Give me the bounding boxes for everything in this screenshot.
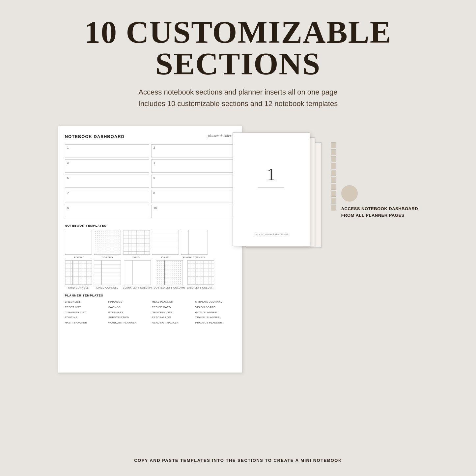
doc-subtitle-right: planner dashboard	[208, 134, 235, 138]
section-box-5[interactable]: 5	[65, 175, 149, 188]
template-label-dotted-left-col: DOTTED LEFT COLUMN	[154, 286, 185, 289]
page-number: 1	[267, 165, 275, 184]
section-box-9[interactable]: 9	[65, 205, 149, 218]
right-info: ACCESS NOTEBOOK DASHBOARD FROM ALL PLANN…	[341, 185, 418, 218]
circle-icon	[341, 185, 358, 202]
template-label-grid-cornell: GRID CORNELL	[68, 286, 89, 289]
page-line	[258, 187, 284, 188]
template-box-blank	[65, 230, 92, 255]
templates-row-1: BLANK DOTTED GRID LINED	[65, 230, 236, 259]
template-label-blank-cornell: BLANK CORNELL	[183, 256, 206, 259]
section-box-6[interactable]: 6	[151, 175, 236, 188]
template-grid: GRID	[123, 230, 150, 259]
tab-6	[331, 177, 336, 183]
template-blank: BLANK	[65, 230, 92, 259]
template-lined-cornell: LINED CORNELL	[94, 260, 121, 289]
section-box-2[interactable]: 2	[151, 144, 236, 157]
bottom-cta: COPY AND PASTE TEMPLATES INTO THE SECTIO…	[134, 448, 342, 463]
template-box-blank-left-col	[124, 260, 151, 285]
dashboard-document: NOTEBOOK DASHBOARD planner dashboard 1 2…	[58, 126, 242, 373]
planner-item-finances: FINANCES	[108, 300, 149, 304]
planner-item-routine: ROUTINE	[65, 315, 105, 320]
template-grid-left-col: GRID LEFT COLUM...	[187, 260, 214, 289]
subtitle: Access notebook sections and planner ins…	[138, 86, 338, 109]
planner-item-recipe-card: RECIPE CARD	[152, 305, 192, 310]
planner-item-savings: SAVINGS	[108, 305, 149, 310]
template-box-grid-left-col	[187, 260, 214, 285]
planner-item-subscription: SUBSCRIPTION	[108, 315, 149, 320]
tab-8	[331, 191, 336, 197]
planner-item-reading-tracker: READING TRACKER	[152, 321, 192, 325]
template-box-lined	[152, 230, 179, 255]
subtitle-line2: Includes 10 customizable sections and 12…	[138, 99, 338, 108]
template-box-blank-cornell	[181, 230, 208, 255]
tab-3	[331, 156, 336, 162]
section-box-3[interactable]: 3	[65, 159, 149, 173]
planner-item-checklist: CHECKLIST	[65, 300, 105, 304]
section-box-1[interactable]: 1	[65, 144, 149, 157]
planner-item-expenses: EXPENSES	[108, 310, 149, 315]
planner-item-5min-journal: 5 MINUTE JOURNAL	[195, 300, 236, 304]
tab-7	[331, 184, 336, 190]
planner-items-grid: CHECKLIST FINANCES MEAL PLANNER 5 MINUTE…	[65, 300, 236, 325]
template-label-dotted: DOTTED	[102, 256, 113, 259]
planner-templates-section: PLANNER TEMPLATES CHECKLIST FINANCES MEA…	[65, 294, 236, 325]
templates-row-2: GRID CORNELL LINED CORNELL BLANK LEFT CO…	[65, 260, 236, 289]
template-lined: LINED	[152, 230, 179, 259]
right-info-line1: ACCESS NOTEBOOK DASHBOARD	[341, 206, 418, 211]
notebook-templates-section: NOTEBOOK TEMPLATES BLANK DOTTED GRID	[65, 224, 236, 289]
sections-grid: 1 2 3 4 5 6 7 8 9 10	[65, 144, 236, 218]
planner-item-grocery-list: GROCERY LIST	[152, 310, 192, 315]
template-box-lined-cornell	[94, 260, 121, 285]
subtitle-line1: Access notebook sections and planner ins…	[138, 88, 337, 96]
notebook-templates-heading: NOTEBOOK TEMPLATES	[65, 224, 236, 227]
template-blank-left-col: BLANK LEFT COLUMN	[123, 260, 152, 289]
tab-5	[331, 170, 336, 176]
doc-header: NOTEBOOK DASHBOARD planner dashboard	[65, 134, 236, 139]
planner-item-travel-planner: TRAVEL PLANNER	[195, 315, 236, 320]
planner-item-goal-planner: GOAL PLANNER	[195, 310, 236, 315]
template-label-blank: BLANK	[74, 256, 83, 259]
page-back-link: back to notebook dashboard	[255, 233, 288, 236]
template-box-dotted	[94, 230, 121, 255]
right-info-text: ACCESS NOTEBOOK DASHBOARD FROM ALL PLANN…	[341, 206, 418, 218]
stacked-pages: 1 back to notebook dashboard	[233, 132, 331, 271]
doc-title: NOTEBOOK DASHBOARD	[65, 134, 125, 139]
planner-item-meal-planner: MEAL PLANNER	[152, 300, 192, 304]
planner-item-cleaning-list: CLEANING LIST	[65, 310, 105, 315]
section-box-7[interactable]: 7	[65, 190, 149, 203]
planner-item-vision-board: VISION BOARD	[195, 305, 236, 310]
main-container: 10 CUSTOMIZABLE SECTIONS Access notebook…	[0, 0, 476, 476]
tab-9	[331, 198, 336, 204]
template-label-blank-left-col: BLANK LEFT COLUMN	[123, 286, 152, 289]
section-box-8[interactable]: 8	[151, 190, 236, 203]
planner-item-workout-planner: WORKOUT PLANNER	[108, 321, 149, 325]
planner-item-reading-log: READING LOG	[152, 315, 192, 320]
template-box-grid	[123, 230, 150, 255]
tab-10	[331, 205, 336, 210]
planner-item-project-planner: PROJECT PLANNER	[195, 321, 236, 325]
template-box-grid-cornell	[65, 260, 92, 285]
template-dotted: DOTTED	[94, 230, 121, 259]
section-box-4[interactable]: 4	[151, 159, 236, 173]
page-front: 1 back to notebook dashboard	[233, 132, 310, 246]
planner-item-reset-list: RESET LIST	[65, 305, 105, 310]
template-grid-cornell: GRID CORNELL	[65, 260, 92, 289]
main-title: 10 CUSTOMIZABLE SECTIONS	[20, 16, 456, 80]
planner-item-habit-tracker: HABIT TRACKER	[65, 321, 105, 325]
template-label-grid-left-col: GRID LEFT COLUM...	[187, 286, 214, 289]
template-label-grid: GRID	[133, 256, 140, 259]
tab-4	[331, 163, 336, 169]
right-info-line2: FROM ALL PLANNER PAGES	[341, 213, 405, 218]
template-label-lined: LINED	[161, 256, 169, 259]
content-area: NOTEBOOK DASHBOARD planner dashboard 1 2…	[20, 126, 456, 373]
template-blank-cornell: BLANK CORNELL	[181, 230, 208, 259]
tabs-strip	[331, 142, 336, 210]
section-box-10[interactable]: 10	[151, 205, 236, 218]
template-label-lined-cornell: LINED CORNELL	[97, 286, 118, 289]
tab-2	[331, 149, 336, 155]
planner-templates-heading: PLANNER TEMPLATES	[65, 294, 236, 297]
template-box-dotted-left-col	[156, 260, 183, 285]
template-dotted-left-col: DOTTED LEFT COLUMN	[154, 260, 185, 289]
tab-1	[331, 142, 336, 148]
